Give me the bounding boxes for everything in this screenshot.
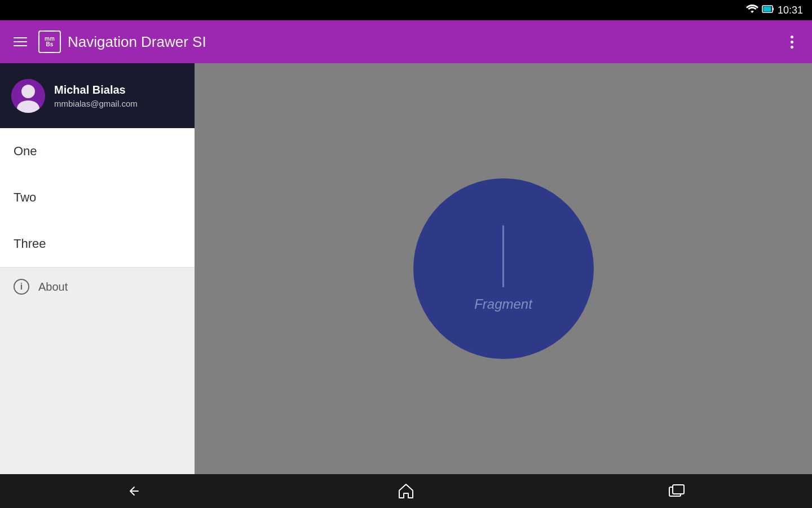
drawer-user-name: Michal Bialas	[54, 84, 138, 97]
nav-bottom-fill	[0, 306, 195, 474]
drawer-header: Michal Bialas mmbialas@gmail.com	[0, 63, 195, 128]
status-icons: 10:31	[746, 4, 803, 16]
about-label: About	[38, 281, 68, 294]
fragment-label: Fragment	[474, 296, 532, 312]
drawer-user-info: Michal Bialas mmbialas@gmail.com	[54, 84, 138, 108]
bottom-bar	[0, 474, 812, 508]
back-icon	[127, 484, 144, 498]
fragment-circle: Fragment	[413, 178, 594, 359]
nav-items-list: One Two Three i About	[0, 128, 195, 474]
battery-icon	[762, 4, 774, 16]
svg-point-4	[21, 85, 35, 98]
svg-rect-7	[673, 485, 684, 494]
app-logo: mm Bs	[38, 30, 61, 53]
status-bar: 10:31	[0, 0, 812, 20]
back-button[interactable]	[113, 479, 158, 503]
about-info-icon: i	[14, 279, 29, 295]
main-layout: Michal Bialas mmbialas@gmail.com One Two…	[0, 63, 812, 474]
fragment-line	[502, 225, 504, 287]
app-bar: mm Bs Navigation Drawer SI	[0, 20, 812, 63]
status-time: 10:31	[778, 5, 803, 16]
nav-item-about[interactable]: i About	[0, 268, 195, 306]
content-area: Fragment	[195, 63, 812, 474]
nav-item-three[interactable]: Three	[0, 221, 195, 267]
svg-rect-1	[763, 7, 771, 12]
home-button[interactable]	[383, 479, 429, 503]
wifi-icon	[746, 4, 758, 16]
recents-button[interactable]	[654, 479, 699, 503]
drawer-user-email: mmbialas@gmail.com	[54, 99, 138, 108]
recents-icon	[668, 484, 685, 498]
overflow-menu-button[interactable]	[780, 30, 803, 53]
home-icon	[398, 483, 414, 499]
svg-rect-2	[773, 8, 774, 11]
app-title: Navigation Drawer SI	[68, 33, 780, 51]
avatar	[11, 79, 45, 113]
nav-item-one[interactable]: One	[0, 128, 195, 174]
logo-text-bottom: Bs	[46, 42, 54, 47]
hamburger-button[interactable]	[9, 30, 32, 53]
nav-item-two[interactable]: Two	[0, 174, 195, 221]
navigation-drawer: Michal Bialas mmbialas@gmail.com One Two…	[0, 63, 195, 474]
